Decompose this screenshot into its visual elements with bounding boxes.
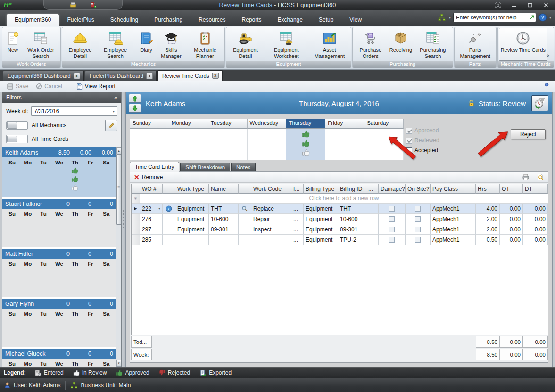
column-header-on-site[interactable]: On Site?: [406, 184, 431, 194]
column-header-work-type[interactable]: Work Type: [175, 184, 209, 194]
week-day-header-thursday[interactable]: Thursday: [286, 119, 325, 129]
cell-hrs[interactable]: 0.50: [476, 235, 500, 245]
cell-ot[interactable]: 0.00: [500, 235, 523, 245]
cell-damage[interactable]: [379, 214, 406, 224]
cell-work_code[interactable]: Inspect: [251, 224, 291, 235]
cell-pay_class[interactable]: AppMech1: [431, 224, 476, 235]
week-day-cell-sunday[interactable]: [130, 129, 169, 160]
mechanic-card-keith-adams[interactable]: Keith Adams8.500.000.00SuMoTuWeThFrSa: [2, 147, 116, 197]
ribbon-button-parts-management[interactable]: Parts Management: [456, 28, 495, 61]
day-label-tu[interactable]: Tu: [36, 359, 51, 367]
cell-info[interactable]: [163, 214, 175, 224]
column-header-damage[interactable]: Damage?: [379, 184, 406, 194]
day-label-sa[interactable]: Sa: [99, 359, 114, 367]
ribbon-button-purchasing-search[interactable]: Purchasing Search: [414, 28, 451, 61]
detail-tab-shift-breakdown[interactable]: Shift Breakdown: [180, 163, 230, 172]
cell-billing_id[interactable]: 10-600: [338, 214, 366, 224]
wo-dropdown-icon[interactable]: ▾: [158, 206, 160, 211]
business-unit-dropdown-icon[interactable]: ▾: [449, 16, 451, 20]
document-tab-fuelerplus-dashboard[interactable]: FuelerPlus Dashboardx: [85, 71, 157, 81]
onsite-checkbox[interactable]: [415, 237, 421, 243]
column-header-info[interactable]: [163, 184, 175, 194]
mechanic-card-header[interactable]: Gary Flynn000: [2, 299, 116, 309]
cell-dt[interactable]: 0.00: [523, 224, 548, 235]
cell-search[interactable]: [239, 204, 251, 214]
ribbon-tab-reports[interactable]: Reports: [234, 14, 270, 26]
mechanic-card-matt-fidler[interactable]: Matt Fidler000SuMoTuWeThFrSa: [2, 249, 116, 297]
cell-pay_class[interactable]: AppMech1: [431, 235, 476, 245]
help-dropdown-icon[interactable]: ▾: [549, 16, 551, 20]
day-label-we[interactable]: We: [51, 158, 67, 166]
save-button[interactable]: Save: [4, 82, 31, 91]
panel-splitter[interactable]: [122, 92, 125, 367]
remove-button[interactable]: Remove: [142, 174, 163, 180]
ellipsis-button[interactable]: ...: [293, 216, 298, 222]
cell-billing_id[interactable]: THT: [338, 204, 366, 214]
cell-onsite[interactable]: [406, 224, 431, 235]
day-label-fr[interactable]: Fr: [83, 359, 98, 367]
cell-i_dots[interactable]: ...: [291, 214, 304, 224]
cell-damage[interactable]: [379, 204, 406, 214]
cell-billing_type[interactable]: Equipment: [304, 214, 338, 224]
ellipsis-button[interactable]: ...: [293, 205, 298, 212]
close-tab-icon[interactable]: x: [146, 73, 153, 79]
time-card-row[interactable]: 285...EquipmentTPU-2AppMech10.500.000.00: [132, 235, 548, 245]
ribbon-tab-exchange[interactable]: Exchange: [270, 14, 311, 26]
cell-i_dots[interactable]: ...: [291, 235, 304, 245]
ribbon-button-receiving[interactable]: FRAGILEReceiving: [388, 28, 414, 61]
help-search-input[interactable]: [453, 13, 536, 22]
day-label-th[interactable]: Th: [67, 260, 83, 268]
day-label-we[interactable]: We: [51, 260, 67, 268]
ribbon-tab-fuelerplus[interactable]: FuelerPlus: [59, 14, 102, 26]
day-label-tu[interactable]: Tu: [36, 310, 51, 318]
day-label-su[interactable]: Su: [4, 260, 20, 268]
cell-hrs[interactable]: 2.00: [476, 224, 500, 235]
cell-dt[interactable]: 0.00: [523, 204, 548, 214]
next-mechanic-button[interactable]: [129, 104, 141, 113]
ribbon-button-asset-management[interactable]: Asset Management: [309, 28, 350, 61]
damage-checkbox[interactable]: [389, 216, 395, 222]
cell-ot[interactable]: 0.00: [500, 214, 523, 224]
cell-i_dots[interactable]: ...: [291, 204, 304, 214]
column-header-name[interactable]: Name: [209, 184, 239, 194]
mechanic-card-gary-flynn[interactable]: Gary Flynn000SuMoTuWeThFrSa: [2, 299, 116, 347]
accepted-checkbox[interactable]: [406, 147, 412, 154]
cell-damage[interactable]: [379, 235, 406, 245]
close-tab-icon[interactable]: x: [212, 73, 219, 79]
ribbon-tab-resources[interactable]: Resources: [191, 14, 233, 26]
column-header-i[interactable]: I...: [291, 184, 304, 194]
column-header-[interactable]: ...: [366, 184, 379, 194]
day-label-su[interactable]: Su: [4, 210, 20, 218]
day-label-mo[interactable]: Mo: [20, 310, 35, 318]
week-of-combobox[interactable]: 7/31/2016 ▾: [31, 106, 117, 116]
mechanic-card-stuart-falknor[interactable]: Stuart Falknor000SuMoTuWeThFrSa: [2, 199, 116, 247]
cell-work_code[interactable]: Repair: [251, 214, 291, 224]
cell-onsite[interactable]: [406, 204, 431, 214]
cell-dt[interactable]: 0.00: [523, 214, 548, 224]
week-day-header-friday[interactable]: Friday: [325, 119, 364, 129]
edit-mechanics-button[interactable]: [105, 120, 117, 131]
help-icon[interactable]: ?: [538, 13, 547, 22]
mechanic-card-michael-glueck[interactable]: Michael Glueck000SuMoTuWeThFrSa: [2, 349, 116, 367]
day-label-th[interactable]: Th: [67, 158, 83, 166]
ribbon-button-skills-manager[interactable]: Skills Manager: [156, 28, 187, 61]
business-unit-icon[interactable]: [437, 14, 447, 22]
day-label-th[interactable]: Th: [67, 310, 83, 318]
day-label-th[interactable]: Th: [67, 210, 83, 218]
cell-billing_type[interactable]: Equipment: [304, 204, 338, 214]
damage-checkbox[interactable]: [389, 206, 395, 212]
day-label-we[interactable]: We: [51, 210, 67, 218]
cell-work_type[interactable]: Equipment: [175, 204, 209, 214]
cell-pay_class[interactable]: AppMech1: [431, 214, 476, 224]
cell-billing_type[interactable]: Equipment: [304, 224, 338, 235]
week-day-cell-thursday[interactable]: [286, 129, 325, 160]
cancel-button[interactable]: Cancel: [33, 82, 65, 90]
day-label-we[interactable]: We: [51, 359, 67, 367]
day-label-mo[interactable]: Mo: [20, 210, 35, 218]
cell-info[interactable]: [163, 224, 175, 235]
cell-ot[interactable]: 0.00: [500, 204, 523, 214]
cell-search[interactable]: [239, 224, 251, 235]
cell-work_type[interactable]: Equipment: [175, 214, 209, 224]
week-day-header-wednesday[interactable]: Wednesday: [248, 119, 287, 129]
scroll-up-icon[interactable]: ▲: [116, 147, 121, 154]
